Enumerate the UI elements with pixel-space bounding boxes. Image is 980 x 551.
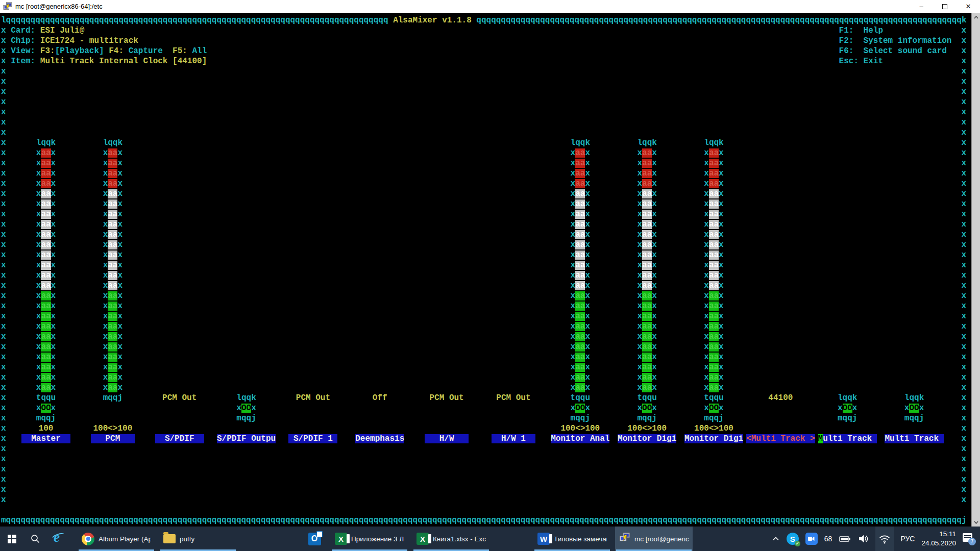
taskbar-task-1-xlsx-excel[interactable]: XКнига1.xlsx - Excel bbox=[412, 527, 490, 551]
scrollbar-up-arrow[interactable] bbox=[972, 13, 980, 21]
channel-bar-monitor-digital: xaax bbox=[637, 199, 656, 209]
start-button[interactable] bbox=[0, 527, 23, 551]
channel-label-s-pdif: S/PDIF bbox=[155, 434, 204, 444]
language-indicator[interactable]: РУС bbox=[900, 535, 915, 543]
channel-bar-pcm: xaax bbox=[103, 260, 122, 270]
terminal-left-border: x bbox=[1, 352, 6, 362]
putty-icon bbox=[619, 532, 630, 545]
channel-value-monitor-digital: 100<>100 bbox=[627, 423, 667, 434]
channel-bar-pcm: xaax bbox=[103, 240, 122, 250]
search-button[interactable] bbox=[23, 527, 47, 551]
terminal-right-border: x bbox=[962, 138, 967, 148]
terminal-left-border: x bbox=[1, 260, 6, 270]
channel-bar-pcm: xaax bbox=[103, 332, 122, 342]
skype-icon[interactable]: S bbox=[787, 533, 799, 545]
channel-bar-pcm: xaax bbox=[103, 148, 122, 158]
word-icon: W bbox=[537, 533, 550, 545]
channel-bar-monitor-analog: xaax bbox=[571, 148, 590, 158]
terminal-screen[interactable]: lqqqqqqqqqqqqqqqqqqqqqqqqqqqqqqqqqqqqqqq… bbox=[0, 13, 980, 527]
terminal-right-border: x bbox=[962, 434, 967, 444]
action-center-button[interactable]: 7 bbox=[963, 533, 975, 544]
close-button[interactable]: ✕ bbox=[957, 0, 980, 13]
terminal-right-border: x bbox=[962, 97, 967, 107]
channel-bar-pcm: xaax bbox=[103, 342, 122, 352]
terminal-right-border: x bbox=[962, 66, 967, 77]
channel-bar-master: xaax bbox=[36, 158, 56, 168]
channel-display-deemphasis: Off bbox=[373, 393, 387, 403]
taskbar-clock[interactable]: 15:11 24.05.2020 bbox=[921, 530, 956, 548]
channel-bar-monitor-analog: xaax bbox=[571, 270, 590, 281]
terminal-left-border: x bbox=[1, 311, 6, 321]
channel-bar-master: xaax bbox=[36, 219, 56, 230]
channel-bar-monitor-analog: xaax bbox=[571, 291, 590, 301]
channel-bar-monitor-analog: mqqj bbox=[571, 413, 590, 423]
tray-chevron-up-icon[interactable] bbox=[772, 535, 780, 543]
putty-window-icon bbox=[3, 2, 12, 11]
terminal-right-border: x bbox=[962, 372, 967, 383]
window-titlebar[interactable]: mc [root@genericx86-64]:/etc – ✕ bbox=[0, 0, 980, 13]
maximize-button[interactable] bbox=[933, 0, 957, 13]
video-app-icon[interactable] bbox=[805, 533, 818, 545]
terminal-left-border: x bbox=[1, 444, 6, 454]
channel-bar-pcm: xaax bbox=[103, 219, 122, 230]
channel-bar-monitor-analog: xaax bbox=[571, 240, 590, 250]
system-tray: S 68 РУС 15:11 24.05.2020 7 bbox=[772, 527, 980, 551]
terminal-left-border: x bbox=[1, 128, 6, 138]
network-tray-button[interactable] bbox=[875, 527, 894, 551]
terminal-right-border: x bbox=[962, 230, 967, 240]
task-label: Книга1.xlsx - Excel bbox=[433, 535, 486, 543]
outlook-icon: O bbox=[308, 533, 321, 545]
battery-icon[interactable] bbox=[839, 533, 851, 544]
terminal-right-border: x bbox=[962, 393, 967, 403]
channel-label-multi-track: Multi Track bbox=[818, 434, 877, 444]
terminal-right-border: x bbox=[962, 77, 967, 87]
terminal-right-border: x bbox=[962, 260, 967, 270]
minimize-button[interactable]: – bbox=[910, 0, 933, 13]
terminal-left-border: x bbox=[1, 230, 6, 240]
channel-switch-multi-track-1: xOOx bbox=[904, 403, 924, 413]
taskbar-task-mc-root-genericx[interactable]: mc [root@genericx... bbox=[615, 527, 693, 551]
channel-bar-monitor-analog: tqqu bbox=[571, 393, 590, 403]
channel-bar-pcm: xaax bbox=[103, 321, 122, 332]
terminal-left-border: x bbox=[1, 107, 6, 117]
channel-switch-monitor-digital-1: xOOx bbox=[704, 403, 723, 413]
terminal-right-border: x bbox=[962, 403, 967, 413]
channel-bar-master: xaax bbox=[36, 260, 56, 270]
channel-bar-pcm: xaax bbox=[103, 270, 122, 281]
terminal-left-border: x bbox=[1, 168, 6, 179]
channel-bar-pcm: xaax bbox=[103, 383, 122, 393]
channel-bar-monitor-digital-1: xaax bbox=[704, 240, 723, 250]
terminal-right-border: x bbox=[962, 352, 967, 362]
taskbar-task-3[interactable]: XПриложение 3 Ло... bbox=[331, 527, 408, 551]
terminal-scrollbar[interactable] bbox=[971, 13, 980, 527]
search-icon bbox=[30, 534, 40, 544]
internet-explorer-button[interactable]: e bbox=[47, 527, 70, 551]
tray-badge[interactable]: 68 bbox=[824, 535, 832, 543]
channel-bar-monitor-digital-1: xaax bbox=[704, 281, 723, 291]
terminal-right-border: x bbox=[962, 189, 967, 199]
taskbar-task-[interactable]: WТиповые замечан... bbox=[533, 527, 611, 551]
taskbar-task-outlook[interactable]: O bbox=[303, 527, 326, 551]
channel-bar-monitor-digital-1: xaax bbox=[704, 383, 723, 393]
terminal-left-border: x bbox=[1, 240, 6, 250]
channel-bar-pcm: xaax bbox=[103, 291, 122, 301]
channel-bar-monitor-digital: xaax bbox=[637, 209, 656, 219]
channel-bar-monitor-digital-1: mqqj bbox=[704, 413, 723, 423]
terminal-right-border: x bbox=[962, 383, 967, 393]
terminal-right-border: x bbox=[962, 311, 967, 321]
channel-bar-monitor-digital-1: xaax bbox=[704, 189, 723, 199]
channel-bar-monitor-digital-1: xaax bbox=[704, 362, 723, 372]
taskbar-task-album-player-apla[interactable]: Album Player (Apla... bbox=[78, 527, 155, 551]
channel-bar-pcm: xaax bbox=[103, 189, 122, 199]
channel-bar-monitor-digital-1: xaax bbox=[704, 219, 723, 230]
scrollbar-down-arrow[interactable] bbox=[972, 518, 980, 527]
channel-bar-monitor-analog: xaax bbox=[571, 230, 590, 240]
channel-bar-monitor-digital-1: xaax bbox=[704, 321, 723, 332]
channel-bar-monitor-digital-1: xaax bbox=[704, 260, 723, 270]
speaker-icon[interactable] bbox=[857, 533, 869, 544]
channel-bar-monitor-analog: xaax bbox=[571, 332, 590, 342]
terminal-right-border: x bbox=[962, 219, 967, 230]
taskbar-task-putty[interactable]: putty bbox=[159, 527, 237, 551]
terminal-left-border: x bbox=[1, 403, 6, 413]
terminal-right-border: x bbox=[962, 301, 967, 311]
